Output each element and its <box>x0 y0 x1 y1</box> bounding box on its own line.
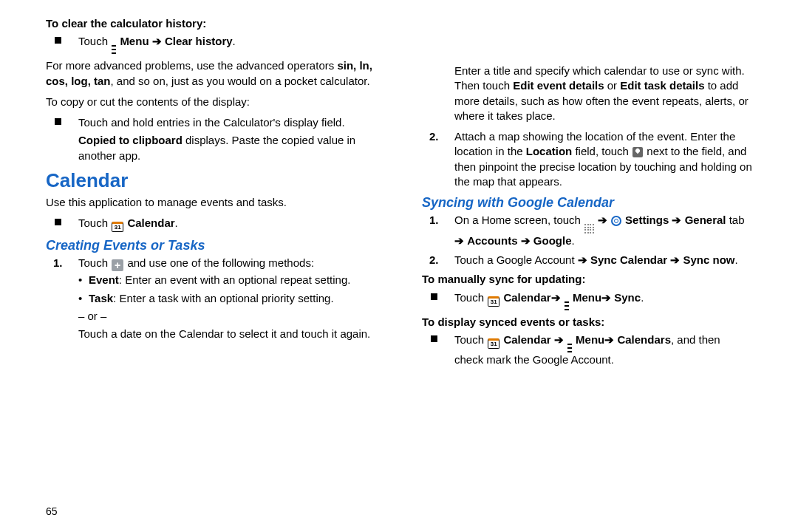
attach-map-li: 2. Attach a map showing the location of … <box>422 129 752 189</box>
syncing-section: Syncing with Google Calendar 1. On a Hom… <box>422 194 752 267</box>
plus-icon: + <box>112 259 123 271</box>
display-synced-heading: To display synced events or tasks: <box>422 315 752 330</box>
manual-page: To clear the calculator history: Touch M… <box>0 0 798 532</box>
clear-calc-step: Touch Menu ➔ Clear history. <box>46 34 376 54</box>
copy-cut-intro: To copy or cut the contents of the displ… <box>46 95 376 109</box>
page-number: 65 <box>46 505 58 519</box>
sync-step-2: 2. Touch a Google Account ➔ Sync Calenda… <box>422 253 752 267</box>
map-pin-icon <box>632 147 643 157</box>
clear-calc-history-section: To clear the calculator history: Touch M… <box>46 16 376 54</box>
menu-icon <box>567 344 572 352</box>
manual-sync-heading: To manually sync for updating: <box>422 272 752 287</box>
attach-map-step: 2. Attach a map showing the location of … <box>422 129 752 189</box>
manual-sync-step: Touch 31 Calendar➔ Menu➔ Sync. <box>422 290 752 310</box>
copy-cut-section: To copy or cut the contents of the displ… <box>46 95 376 163</box>
sync-step-1: 1. On a Home screen, touch ➔ Settings ➔ … <box>422 213 752 248</box>
touch-calendar-step: Touch 31 Calendar. <box>46 216 376 232</box>
display-synced-section: To display synced events or tasks: Touch… <box>422 315 752 368</box>
advanced-ops-paragraph: For more advanced problems, use the adva… <box>46 58 376 89</box>
column-spacer <box>422 16 752 62</box>
copy-cut-step: Touch and hold entries in the Calculator… <box>46 115 376 163</box>
calendar-icon: 31 <box>488 338 499 349</box>
calendar-icon: 31 <box>488 296 499 307</box>
clear-calc-heading: To clear the calculator history: <box>46 16 376 31</box>
calendar-intro: Use this application to manage events an… <box>46 195 376 210</box>
calendar-heading: Calendar <box>46 168 376 194</box>
settings-gear-icon <box>611 216 621 226</box>
display-synced-step: Touch 31 Calendar ➔ Menu➔ Calendars, and… <box>422 332 752 367</box>
creating-events-section: Creating Events or Tasks 1. Touch + and … <box>46 236 376 341</box>
apps-grid-icon <box>584 224 594 233</box>
syncing-heading: Syncing with Google Calendar <box>422 194 752 211</box>
calendar-heading-block: Calendar Use this application to manage … <box>46 168 376 232</box>
enter-title-paragraph: Enter a title and specify which calendar… <box>422 64 752 123</box>
or-line: – or – <box>78 309 376 324</box>
creating-step-1: 1. Touch + and use one of the following … <box>46 256 376 341</box>
menu-icon <box>565 301 569 310</box>
task-bullet: Task: Enter a task with an optional prio… <box>78 291 376 306</box>
event-bullet: Event: Enter an event with an optional r… <box>78 273 376 287</box>
manual-sync-section: To manually sync for updating: Touch 31 … <box>422 272 752 310</box>
creating-events-heading: Creating Events or Tasks <box>46 236 376 254</box>
after-or-text: Touch a date on the Calendar to select i… <box>78 327 376 341</box>
menu-icon <box>112 45 116 54</box>
calendar-icon: 31 <box>112 222 123 232</box>
